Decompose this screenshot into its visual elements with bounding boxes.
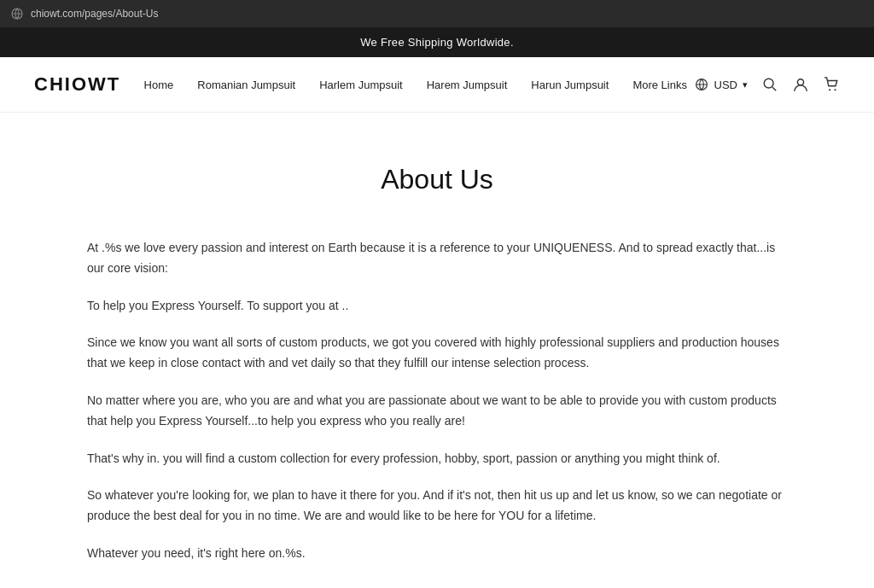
page-title: About Us <box>87 164 787 195</box>
currency-arrow: ▾ <box>743 79 748 90</box>
browser-url: chiowt.com/pages/About-Us <box>31 8 158 20</box>
main-nav: Home Romanian Jumpsuit Harlem Jumpsuit H… <box>137 79 695 91</box>
about-paragraph-7: Whatever you need, it's right here on.%s… <box>87 544 787 564</box>
cart-button[interactable] <box>823 76 840 93</box>
nav-home[interactable]: Home <box>144 79 174 91</box>
nav-harun-jumpsuit[interactable]: Harun Jumpsuit <box>531 79 609 91</box>
site-header: CHIOWT Home Romanian Jumpsuit Harlem Jum… <box>0 57 874 113</box>
browser-icon <box>10 7 24 20</box>
about-text-body: At .%s we love every passion and interes… <box>87 238 787 564</box>
nav-romanian-jumpsuit[interactable]: Romanian Jumpsuit <box>197 79 295 91</box>
announcement-bar: We Free Shipping Worldwide. <box>0 27 874 57</box>
account-button[interactable] <box>792 76 809 93</box>
header-icons: USD ▾ <box>695 76 840 93</box>
svg-point-5 <box>829 89 830 90</box>
svg-point-2 <box>764 79 773 88</box>
main-content: About Us At .%s we love every passion an… <box>53 113 821 588</box>
nav-harem-jumpsuit[interactable]: Harem Jumpsuit <box>427 79 508 91</box>
nav-more-links[interactable]: More Links <box>632 79 687 91</box>
browser-bar: chiowt.com/pages/About-Us <box>0 0 874 27</box>
about-paragraph-3: Since we know you want all sorts of cust… <box>87 333 787 374</box>
svg-point-4 <box>797 79 803 85</box>
currency-selector[interactable]: USD ▾ <box>695 78 748 91</box>
nav-harlem-jumpsuit[interactable]: Harlem Jumpsuit <box>319 79 403 91</box>
announcement-text: We Free Shipping Worldwide. <box>360 36 514 49</box>
svg-point-6 <box>834 89 836 90</box>
about-paragraph-1: At .%s we love every passion and interes… <box>87 238 787 279</box>
about-paragraph-6: So whatever you're looking for, we plan … <box>87 486 787 527</box>
site-logo[interactable]: CHIOWT <box>34 73 137 96</box>
about-paragraph-2: To help you Express Yourself. To support… <box>87 296 787 317</box>
globe-icon <box>695 78 708 91</box>
about-paragraph-4: No matter where you are, who you are and… <box>87 391 787 432</box>
search-button[interactable] <box>761 76 778 93</box>
currency-label: USD <box>714 79 737 91</box>
svg-line-3 <box>772 87 776 90</box>
about-paragraph-5: That's why in. you will find a custom co… <box>87 449 787 469</box>
